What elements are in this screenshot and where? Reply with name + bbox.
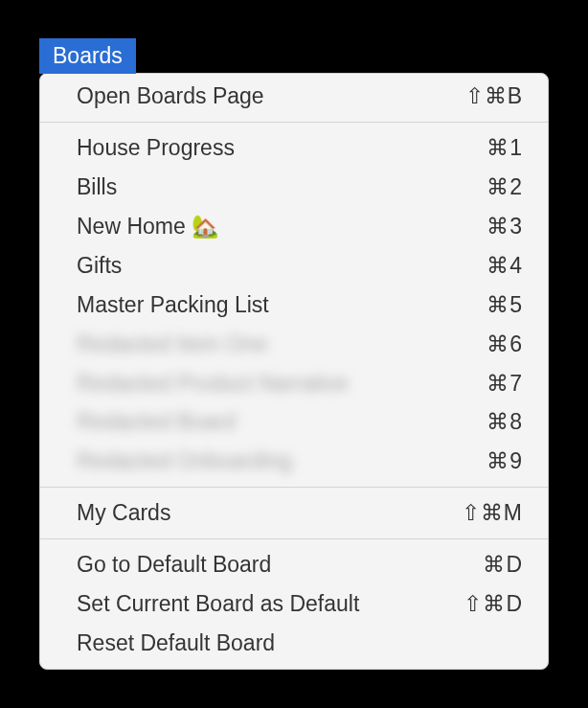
menu-separator [40,122,548,123]
menu-item[interactable]: Redacted Onboarding⌘9 [40,442,548,481]
menu-item-shortcut: ⌘5 [486,288,523,322]
boards-menu: Boards Open Boards Page⇧⌘BHouse Progress… [39,38,549,670]
menu-item[interactable]: Bills⌘2 [40,168,548,207]
menu-item-label: Redacted Board [77,405,486,439]
menu-item-label: Redacted Item One [77,328,486,361]
menu-item-label: Master Packing List [77,288,486,322]
menu-item[interactable]: Redacted Item One⌘6 [40,325,548,364]
menu-item-shortcut: ⇧⌘B [465,80,523,113]
menu-item-shortcut: ⌘1 [486,131,523,165]
menu-item-shortcut: ⌘7 [486,367,523,400]
menu-item-label: Redacted Product Narrative [77,367,486,400]
menu-title[interactable]: Boards [39,38,136,74]
menu-item[interactable]: Set Current Board as Default⇧⌘D [40,584,548,624]
menu-item-label: Redacted Onboarding [77,445,486,478]
menu-title-label: Boards [53,43,123,68]
menu-item[interactable]: Redacted Board⌘8 [40,402,548,442]
menu-item[interactable]: Redacted Product Narrative⌘7 [40,364,548,403]
menu-item-shortcut: ⇧⌘M [462,496,523,530]
menu-item-label: New Home 🏡 [77,210,486,243]
menu-item-shortcut: ⌘2 [486,171,523,204]
menu-separator [40,538,548,539]
menu-item-label: My Cards [77,496,462,530]
menu-item[interactable]: Gifts⌘4 [40,246,548,285]
menu-item-shortcut: ⌘9 [486,445,523,478]
menu-item-label: Open Boards Page [77,80,465,113]
menu-item-shortcut: ⌘3 [486,210,523,243]
menu-item-label: House Progress [77,131,486,165]
menu-item-label: Bills [77,171,486,204]
menu-item[interactable]: House Progress⌘1 [40,128,548,168]
menu-item[interactable]: Master Packing List⌘5 [40,285,548,325]
menu-item-shortcut: ⌘6 [486,328,523,361]
menu-item[interactable]: New Home 🏡⌘3 [40,207,548,246]
menu-item-shortcut: ⌘D [483,548,523,582]
menu-item[interactable]: Reset Default Board [40,624,548,663]
menu-item[interactable]: Go to Default Board⌘D [40,545,548,584]
menu-item-shortcut: ⇧⌘D [464,587,523,621]
menu-item[interactable]: Open Boards Page⇧⌘B [40,77,548,116]
menu-item-label: Reset Default Board [77,627,523,660]
menu-separator [40,487,548,488]
menu-item-shortcut: ⌘8 [486,405,523,439]
menu-item-label: Set Current Board as Default [77,587,464,621]
menu-item-shortcut: ⌘4 [486,249,523,283]
menu-item-label: Gifts [77,249,486,283]
menu-item-label: Go to Default Board [77,548,483,582]
menu-item[interactable]: My Cards⇧⌘M [40,493,548,533]
menu-dropdown: Open Boards Page⇧⌘BHouse Progress⌘1Bills… [39,73,549,670]
